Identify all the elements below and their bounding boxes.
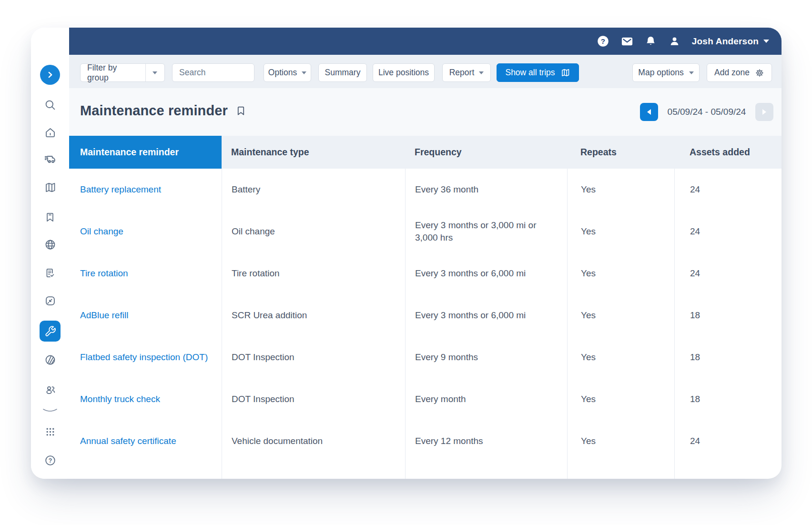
apps-grid-icon [44, 425, 57, 438]
map-options-label: Map options [638, 68, 683, 78]
assets-added-cell: 24 [674, 169, 782, 211]
search-icon [44, 99, 57, 111]
sidebar-item-bookmarks[interactable] [40, 207, 61, 228]
sidebar-item-help[interactable]: ? [40, 450, 61, 471]
frequency-cell: Every 3 months or 6,000 mi [415, 267, 526, 280]
column-header-frequency[interactable]: Frequency [405, 136, 567, 169]
column-header-repeats[interactable]: Repeats [567, 136, 674, 169]
reminder-link[interactable]: Oil change [80, 225, 123, 238]
options-button[interactable]: Options [264, 63, 311, 82]
filter-by-group-caret[interactable] [145, 64, 164, 81]
table-row: Annual safety certificate Vehicle docume… [69, 420, 782, 462]
maintenance-type-cell: Vehicle documentation [222, 420, 405, 462]
report-label: Report [449, 68, 475, 78]
globe-icon [44, 238, 57, 251]
sidebar-item-home[interactable] [40, 122, 61, 143]
add-zone-button[interactable]: Add zone [707, 63, 772, 82]
repeats-cell: Yes [567, 252, 674, 294]
page-title: Maintenance reminder [80, 103, 228, 119]
date-prev-button[interactable] [640, 103, 658, 121]
frequency-cell: Every 9 months [415, 351, 478, 363]
reminder-link[interactable]: Flatbed safety inspection (DOT) [80, 351, 208, 363]
sidebar-item-vehicles[interactable] [40, 149, 61, 170]
sidebar-item-settings[interactable] [40, 478, 61, 479]
frequency-cell: Every month [415, 393, 466, 405]
sidebar-item-maintenance[interactable] [40, 321, 61, 342]
assets-added-cell [674, 462, 782, 479]
repeats-cell: Yes [567, 294, 674, 336]
report-check-icon [44, 267, 56, 279]
mail-icon[interactable] [620, 35, 634, 48]
frequency-cell: Every 3 months or 3,000 mi or 3,000 hrs [415, 219, 537, 244]
user-menu[interactable]: Josh Anderson [692, 36, 769, 47]
svg-text:?: ? [48, 457, 52, 464]
date-next-button[interactable] [755, 103, 773, 121]
sidebar-item-users[interactable] [40, 379, 61, 400]
filter-by-group-label: Filter by group [81, 64, 145, 81]
table-row: Flatbed safety inspection (DOT) DOT Insp… [69, 336, 782, 378]
repeats-cell: Yes [567, 378, 674, 420]
svg-text:?: ? [601, 37, 605, 45]
bookmark-icon [44, 211, 56, 223]
summary-button[interactable]: Summary [318, 63, 367, 82]
sidebar-item-apps[interactable] [40, 421, 61, 442]
live-positions-button[interactable]: Live positions [373, 63, 435, 82]
column-header-assets-added[interactable]: Assets added [674, 136, 782, 169]
options-label: Options [268, 68, 297, 78]
assets-added-cell: 24 [674, 420, 782, 462]
assets-added-cell: 18 [674, 336, 782, 378]
chevron-down-icon [689, 71, 694, 74]
column-header-maintenance-reminder[interactable]: Maintenance reminder [69, 136, 222, 169]
show-all-trips-button[interactable]: Show all trips [497, 63, 579, 82]
chevron-left-icon [647, 109, 651, 115]
truck-icon [43, 153, 57, 166]
chevron-down-icon [763, 40, 769, 43]
eco-leaf-icon [44, 353, 57, 366]
reminder-link[interactable]: Tire rotation [80, 267, 128, 280]
top-navbar: ? Josh Anderson [69, 28, 782, 55]
column-header-maintenance-type[interactable]: Maintenance type [222, 136, 405, 169]
wrench-icon [44, 325, 57, 338]
filter-by-group-button[interactable]: Filter by group [80, 63, 165, 82]
home-icon [44, 126, 57, 139]
frequency-cell: Every 12 months [415, 435, 483, 447]
report-button[interactable]: Report [442, 63, 491, 82]
user-icon[interactable] [668, 35, 681, 48]
frequency-cell: Every 36 month [415, 183, 478, 196]
help-icon[interactable]: ? [597, 35, 610, 48]
repeats-cell [567, 462, 674, 479]
table-row: AdBlue refill SCR Urea addition Every 3 … [69, 294, 782, 336]
sidebar-item-resize[interactable] [40, 290, 61, 311]
maintenance-type-cell: Oil change [222, 211, 405, 252]
bookmark-icon[interactable] [235, 105, 247, 117]
sidebar-expand-button[interactable] [40, 65, 60, 85]
notifications-icon[interactable] [644, 35, 658, 48]
maintenance-type-cell: DOT Inspection [222, 378, 405, 420]
chevron-right-icon [45, 70, 55, 80]
maintenance-type-cell: SCR Urea addition [222, 294, 405, 336]
sidebar-item-map[interactable] [40, 177, 61, 198]
gear-icon [755, 68, 764, 78]
reminder-link[interactable]: Annual safety certificate [80, 435, 176, 447]
app-window: ? ? Josh Anderso [31, 28, 782, 479]
reminder-link[interactable]: AdBlue refill [80, 309, 128, 322]
sidebar-item-web[interactable] [40, 234, 61, 255]
add-zone-label: Add zone [714, 68, 750, 78]
reminder-link[interactable]: Monthly truck check [80, 393, 160, 405]
summary-label: Summary [325, 68, 361, 78]
sidebar-item-search[interactable] [40, 94, 61, 115]
map-options-button[interactable]: Map options [632, 63, 700, 82]
sidebar-divider [42, 407, 58, 415]
resize-icon [44, 294, 57, 307]
toolbar: Filter by group Options Summary Live pos… [69, 55, 782, 88]
reminder-link[interactable]: Battery replacement [80, 183, 161, 196]
sidebar-item-reports[interactable] [40, 262, 61, 283]
map-icon [44, 181, 57, 194]
show-all-trips-label: Show all trips [505, 68, 555, 78]
repeats-cell: Yes [567, 169, 674, 211]
search-input[interactable] [172, 63, 254, 82]
sidebar-item-eco-driving[interactable] [40, 349, 61, 370]
table-body: Battery replacement Battery Every 36 mon… [69, 169, 782, 479]
map-icon [560, 68, 570, 78]
page-header: Maintenance reminder 05/09/24 - 05/09/24 [69, 88, 782, 136]
